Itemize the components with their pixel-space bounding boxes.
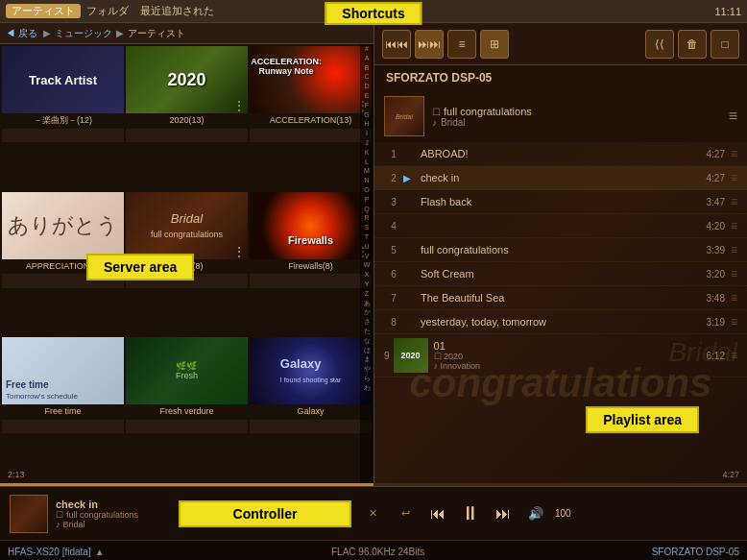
alpha-hash[interactable]: #: [360, 44, 374, 54]
playlist-item-8[interactable]: 8 yesterday, today, tomorrow 3:19 ≡: [374, 310, 747, 334]
alpha-U[interactable]: U: [360, 242, 374, 252]
pl-drag-2[interactable]: ≡: [731, 171, 737, 184]
grid-item-fresh[interactable]: 🌿🌿Fresh Fresh verdure: [126, 337, 248, 433]
alpha-F[interactable]: F: [360, 101, 374, 110]
playlist-item-5[interactable]: 5 full congratulations 3:39 ≡: [374, 238, 747, 262]
alpha-Y[interactable]: Y: [360, 280, 374, 289]
breadcrumb-separator2: ▶: [116, 28, 124, 38]
alpha-E[interactable]: E: [360, 91, 374, 101]
menu-item-recent[interactable]: 最近追加された: [134, 4, 220, 18]
playlist-item-9[interactable]: 9 2020 01 ☐ 2020 ♪ Innovation 6:12 ≡: [374, 334, 747, 377]
playlist-item-3[interactable]: 3 Flash back 3:47 ≡: [374, 190, 747, 214]
grid-menu-icon-bridal[interactable]: ⋮: [232, 244, 246, 259]
transport-list-btn[interactable]: ≡: [447, 30, 476, 59]
pl-drag-9[interactable]: ≡: [731, 349, 737, 362]
volume-icon[interactable]: 🔊: [522, 500, 549, 527]
alpha-P[interactable]: P: [360, 195, 374, 205]
grid-item-acceleration[interactable]: ACCELERATION:Runway Note ACCELERATION(13…: [250, 46, 372, 142]
pl-title-5: full congratulations: [421, 244, 707, 256]
menu-item-folder[interactable]: フォルダ: [81, 4, 134, 18]
grid-item-2020[interactable]: 2020 2020(13) ⋮: [126, 46, 248, 142]
pl-duration-8: 3:19: [707, 317, 725, 328]
alpha-wa[interactable]: わ: [360, 383, 374, 393]
alpha-ta[interactable]: た: [360, 327, 374, 336]
transport-next-btn[interactable]: ⏭⏭: [415, 30, 444, 59]
repeat-button[interactable]: ↩: [392, 500, 419, 527]
transport-back-btn[interactable]: ⟨⟨: [645, 30, 674, 59]
pl-drag-4[interactable]: ≡: [731, 219, 737, 232]
alpha-C[interactable]: C: [360, 72, 374, 82]
alpha-ra[interactable]: ら: [360, 374, 374, 383]
grid-item-track-artist[interactable]: Track Artist －楽曲別－(12): [2, 46, 124, 142]
grid-item-galaxy[interactable]: GalaxyI found shooting star Galaxy: [250, 337, 372, 433]
playlist-item-6[interactable]: 6 Soft Cream 3:20 ≡: [374, 262, 747, 286]
alpha-ka[interactable]: か: [360, 307, 374, 317]
art-text-freetime: Free timeTomorrow's schedule: [6, 379, 78, 401]
shuffle-button[interactable]: ✕: [359, 500, 386, 527]
status-output-device[interactable]: SFORZATO DSP-05: [652, 547, 739, 557]
alpha-Q[interactable]: Q: [360, 205, 374, 214]
alpha-sa[interactable]: さ: [360, 317, 374, 327]
alpha-O[interactable]: O: [360, 185, 374, 195]
time-elapsed: 2:13: [8, 470, 25, 479]
alpha-D[interactable]: D: [360, 82, 374, 91]
alpha-B[interactable]: B: [360, 63, 374, 73]
pl-drag-1[interactable]: ≡: [731, 147, 737, 160]
transport-save-btn[interactable]: □: [711, 30, 739, 59]
alpha-V[interactable]: V: [360, 252, 374, 261]
ctrl-album-art: [10, 495, 48, 533]
alpha-A[interactable]: A: [360, 54, 374, 63]
alpha-H[interactable]: H: [360, 119, 374, 129]
pl-drag-8[interactable]: ≡: [731, 315, 737, 329]
input-device-label: HFAS-XS20 [fidata]: [8, 547, 91, 557]
status-input-device[interactable]: HFAS-XS20 [fidata] ▲: [8, 547, 105, 557]
playlist-item-1[interactable]: 1 ABROAD! 4:27 ≡: [374, 142, 747, 166]
alpha-L[interactable]: L: [360, 158, 374, 167]
alpha-W[interactable]: W: [360, 260, 374, 270]
alpha-R[interactable]: R: [360, 213, 374, 223]
grid-menu-icon[interactable]: ⋮: [232, 98, 246, 113]
playlist-item-4[interactable]: 4 4:20 ≡ Playlist area: [374, 214, 747, 238]
pl-duration-1: 4:27: [707, 149, 725, 159]
grid-item-firewalls[interactable]: Firewalls Firewalls(8) ⋮: [250, 192, 372, 288]
art-label-2020: 2020: [167, 70, 205, 90]
pl-drag-7[interactable]: ≡: [731, 291, 737, 304]
alpha-I[interactable]: I: [360, 129, 374, 138]
grid-item-freetime[interactable]: Free timeTomorrow's schedule Free time: [2, 337, 124, 433]
pl-artist-9: ♪ Innovation: [434, 361, 707, 371]
alpha-N[interactable]: N: [360, 176, 374, 185]
playlist-item-7[interactable]: 7 The Beautiful Sea 3:48 ≡: [374, 286, 747, 310]
next-button[interactable]: ⏭: [490, 500, 517, 527]
play-pause-button[interactable]: ⏸: [457, 500, 484, 527]
back-button[interactable]: ◀ 戻る: [6, 27, 37, 40]
prev-button[interactable]: ⏮: [424, 500, 451, 527]
alpha-S[interactable]: S: [360, 223, 374, 232]
alpha-G[interactable]: G: [360, 110, 374, 120]
alpha-T[interactable]: T: [360, 232, 374, 242]
transport-prev-btn[interactable]: ⏮⏮: [382, 30, 411, 59]
transport-delete-btn[interactable]: 🗑: [678, 30, 707, 59]
pl-drag-5[interactable]: ≡: [731, 243, 737, 256]
pl-drag-6[interactable]: ≡: [731, 267, 737, 280]
grid-label-fresh: Fresh verdure: [126, 404, 248, 420]
progress-container[interactable]: 2:13 4:27: [0, 483, 747, 486]
alpha-ya[interactable]: や: [360, 364, 374, 374]
playlist-item-2[interactable]: 2 ▶ check in 4:27 ≡: [374, 166, 747, 190]
alpha-ha[interactable]: は: [360, 346, 374, 355]
breadcrumb-music[interactable]: ミュージック: [55, 27, 112, 40]
alpha-a[interactable]: あ: [360, 299, 374, 308]
alpha-K[interactable]: K: [360, 148, 374, 158]
ctrl-artist: ♪ Bridal: [56, 520, 171, 529]
menu-item-artist[interactable]: アーティスト: [6, 4, 81, 18]
alpha-J[interactable]: J: [360, 138, 374, 148]
alpha-M[interactable]: M: [360, 166, 374, 176]
pl-drag-3[interactable]: ≡: [731, 195, 737, 208]
right-panel: congratulations Bridal ⏮⏮ ⏭⏭ ≡ ⊞ ⟨⟨ 🗑 □ …: [374, 23, 747, 483]
alpha-Z[interactable]: Z: [360, 289, 374, 299]
alphabet-sidebar[interactable]: # A B C D E F G H I J K L M N O P Q R S: [360, 44, 374, 483]
alpha-ma[interactable]: ま: [360, 354, 374, 364]
alpha-na[interactable]: な: [360, 336, 374, 346]
np-menu-button[interactable]: ≡: [729, 108, 737, 125]
transport-grid-btn[interactable]: ⊞: [480, 30, 509, 59]
alpha-X[interactable]: X: [360, 270, 374, 280]
